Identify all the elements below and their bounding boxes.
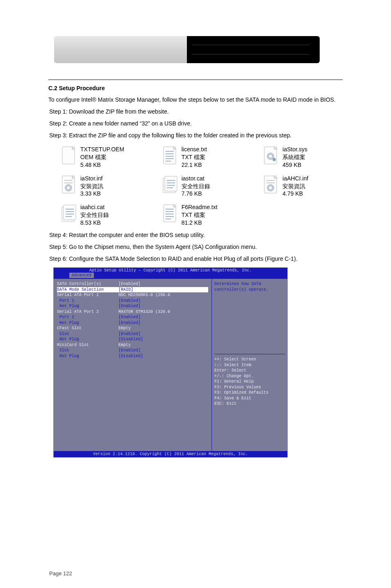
bios-row: CFast SlotEmpty: [57, 326, 208, 331]
file-item: iaStor.sys系統檔案459 KB: [263, 146, 364, 169]
bios-key-hint: F1: General Help: [214, 379, 285, 385]
file-type: TXT 檔案: [182, 153, 207, 161]
file-icon: [263, 175, 279, 194]
file-meta: TXTSETUP.OEMOEM 檔案5.48 KB: [80, 146, 124, 169]
file-meta: iaStor.sys系統檔案459 KB: [282, 146, 307, 169]
bios-row: Hot Plug[Disabled]: [57, 337, 208, 342]
bios-key-hint: ESC: Exit: [214, 401, 285, 407]
file-size: 459 KB: [282, 161, 307, 169]
step-3: Step 3: Extract the ZIP file and copy th…: [48, 131, 343, 140]
bios-help-line2: controller(s) operate.: [214, 287, 285, 293]
step-4: Step 4: Restart the computer and enter t…: [48, 231, 343, 239]
file-name: iaahci.cat: [80, 203, 109, 211]
file-type: 安全性目錄: [80, 211, 109, 219]
page-number: Page 122: [49, 570, 72, 577]
file-name: F6Readme.txt: [182, 203, 218, 211]
file-size: 7.76 KB: [182, 190, 210, 198]
file-name: iaStor.sys: [282, 146, 307, 153]
bios-key-hint: ++: Select Screen: [214, 357, 285, 362]
step-6: Step 6: Configure the SATA Mode Selectio…: [48, 255, 343, 263]
bios-tab-advanced: Advanced: [69, 273, 94, 278]
page-footer: Page 122: [0, 570, 391, 577]
step-5: Step 5: Go to the Chipset menu, then the…: [48, 243, 343, 251]
bios-footer: Version 2.14.1219. Copyright (C) 2011 Am…: [54, 451, 287, 457]
bios-settings-panel: SATA Controller(s)[Enabled] SATA Mode Se…: [54, 279, 212, 451]
header-tabs: [54, 36, 343, 63]
file-icon: [162, 146, 178, 165]
bios-row: Hot Plug[Disabled]: [57, 353, 208, 359]
bios-row: Slot[Enabled]: [57, 331, 208, 337]
file-meta: iastor.cat安全性目錄7.76 KB: [182, 175, 210, 198]
file-meta: iaStor.inf安裝資訊3.33 KB: [80, 175, 103, 198]
step-2: Step 2: Create a new folder named “32” o…: [48, 119, 343, 128]
bios-row: Hot Plug[Enabled]: [57, 303, 208, 309]
bios-row: SATA Controller(s)[Enabled]: [57, 281, 208, 287]
file-name: iaStor.inf: [80, 175, 103, 182]
header-tab-left: [54, 36, 187, 63]
bios-screenshot: Aptio Setup Utility – Copyright (C) 2011…: [53, 267, 288, 458]
file-type: 安裝資訊: [80, 182, 103, 190]
intro-text: To configure Intel® Matrix Storage Manag…: [48, 96, 343, 104]
file-meta: iaahci.cat安全性目錄8.53 KB: [80, 203, 109, 227]
file-size: 22.1 KB: [182, 161, 207, 169]
file-icon: [61, 146, 77, 165]
divider: [48, 80, 343, 80]
bios-row-selected: SATA Mode Selection[RAID]: [57, 287, 208, 293]
file-item: iaStor.inf安裝資訊3.33 KB: [61, 175, 162, 198]
file-icon: [61, 203, 77, 223]
bios-key-hint: Enter: Select: [214, 368, 285, 374]
file-type: 安裝資訊: [282, 182, 308, 190]
bios-title: Aptio Setup Utility – Copyright (C) 2011…: [54, 268, 287, 273]
bios-row: Hot Plug[Enabled]: [57, 320, 208, 326]
bios-key-hint: F3: Optimized Defaults: [214, 390, 285, 396]
file-icon: [162, 203, 178, 223]
file-name: TXTSETUP.OEM: [80, 146, 124, 153]
file-size: 5.48 KB: [80, 161, 124, 169]
bios-row: Port 1[Enabled]: [57, 298, 208, 304]
file-item: iaAHCI.inf安裝資訊4.79 KB: [263, 175, 364, 198]
bios-row: Serial ATA Port 1HDC HD2500KS-0 (250.0: [57, 292, 208, 298]
bios-key-hint: ↑↓: Select Item: [214, 362, 285, 368]
file-size: 3.33 KB: [80, 190, 103, 198]
file-item: iastor.cat安全性目錄7.76 KB: [162, 175, 263, 198]
bios-key-hint: F2: Previous Values: [214, 385, 285, 390]
bios-row: MiniCard SlotEmpty: [57, 342, 208, 348]
file-meta: iaAHCI.inf安裝資訊4.79 KB: [282, 175, 308, 198]
file-name: license.txt: [182, 146, 207, 153]
bios-key-hints: ++: Select Screen↑↓: Select ItemEnter: S…: [214, 354, 285, 407]
file-size: 81.2 KB: [182, 219, 218, 227]
bios-key-hint: F4: Save & Exit: [214, 396, 285, 401]
file-meta: license.txtTXT 檔案22.1 KB: [182, 146, 207, 169]
file-icon: [61, 175, 77, 194]
bios-row: Port 2[Enabled]: [57, 315, 208, 320]
file-meta: F6Readme.txtTXT 檔案81.2 KB: [182, 203, 218, 227]
file-type: 系統檔案: [282, 153, 307, 161]
file-list: TXTSETUP.OEMOEM 檔案5.48 KBlicense.txtTXT …: [61, 146, 364, 227]
file-type: 安全性目錄: [182, 182, 210, 190]
file-item: TXTSETUP.OEMOEM 檔案5.48 KB: [61, 146, 162, 169]
bios-help-panel: Determines how SATA controller(s) operat…: [212, 279, 287, 451]
bios-key-hint: +/-: Change Opt.: [214, 374, 285, 379]
file-name: iaAHCI.inf: [282, 175, 308, 182]
file-name: iastor.cat: [182, 175, 210, 182]
bios-help-line1: Determines how SATA: [214, 281, 285, 287]
file-size: 8.53 KB: [80, 219, 109, 227]
file-type: TXT 檔案: [182, 211, 218, 219]
bios-tabrow: Advanced: [54, 273, 287, 279]
file-type: OEM 檔案: [80, 153, 124, 161]
file-item: license.txtTXT 檔案22.1 KB: [162, 146, 263, 169]
file-size: 4.79 KB: [282, 190, 308, 198]
file-icon: [263, 146, 279, 165]
header-tab-right: [187, 36, 320, 63]
file-item: F6Readme.txtTXT 檔案81.2 KB: [162, 203, 263, 227]
step-1: Step 1: Download the ZIP file from the w…: [48, 107, 343, 116]
bios-row: Slot[Enabled]: [57, 348, 208, 353]
file-icon: [162, 175, 178, 194]
file-item: iaahci.cat安全性目錄8.53 KB: [61, 203, 162, 227]
bios-row: Serial ATA Port 2MAXTOR STM3320 (320.0: [57, 309, 208, 315]
section-title: C.2 Setup Procedure: [48, 85, 343, 91]
